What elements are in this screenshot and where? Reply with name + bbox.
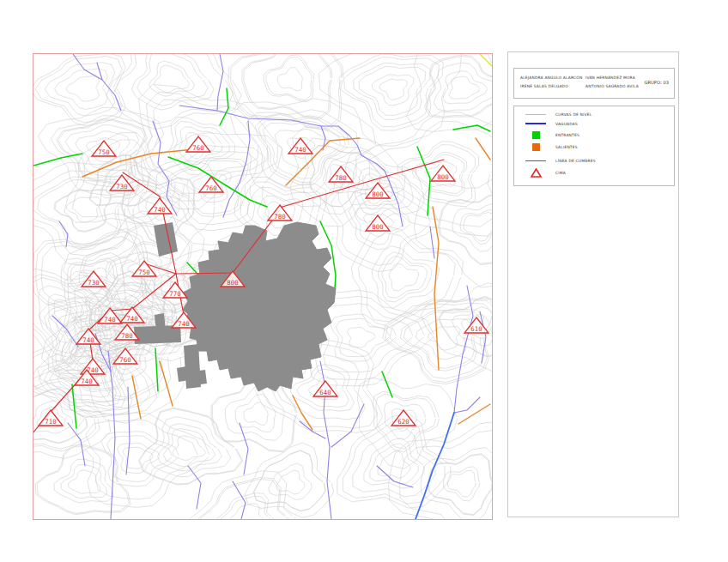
cima-marker: 780 bbox=[268, 205, 292, 221]
contour-line bbox=[389, 263, 418, 291]
legend-item-vaguadas: VAGUADAS bbox=[525, 119, 578, 128]
cima-marker: 780 bbox=[329, 166, 353, 182]
cima-marker: 760 bbox=[186, 136, 210, 152]
legend-item-label: CIMA bbox=[555, 171, 566, 175]
cima-marker: 730 bbox=[82, 271, 106, 287]
legend-item-curvas-de-nivel: CURVAS DE NIVEL bbox=[525, 110, 592, 118]
city-polygon bbox=[183, 222, 336, 391]
cima-elevation-label: 710 bbox=[45, 418, 57, 426]
contour-line bbox=[229, 504, 264, 519]
contour-line bbox=[277, 68, 302, 91]
cima-elevation-label: 800 bbox=[227, 279, 239, 287]
contour-line bbox=[33, 162, 150, 266]
contour-line bbox=[347, 327, 375, 347]
line-swatch bbox=[525, 114, 547, 115]
cima-elevation-label: 740 bbox=[81, 378, 93, 385]
contour-line bbox=[443, 71, 488, 104]
color-swatch bbox=[525, 143, 547, 151]
contour-line bbox=[276, 470, 305, 494]
cima-elevation-label: 750 bbox=[138, 269, 150, 276]
contour-line bbox=[76, 413, 209, 507]
cima-marker: 740 bbox=[148, 198, 172, 214]
contour-line bbox=[225, 384, 284, 440]
contour-line bbox=[33, 389, 88, 444]
contour-line bbox=[242, 54, 332, 119]
contour-line bbox=[351, 226, 463, 329]
contour-line bbox=[337, 414, 451, 508]
cima-elevation-label: 740 bbox=[104, 316, 116, 323]
cima-marker: 610 bbox=[464, 317, 488, 333]
vaguada-line bbox=[430, 227, 434, 258]
member-name-3: IVÁN HERNÁNDEZ MORA bbox=[585, 76, 635, 80]
cima-elevation-label: 730 bbox=[116, 183, 128, 190]
cima-elevation-label: 610 bbox=[470, 325, 482, 333]
cima-marker: 710 bbox=[39, 410, 63, 426]
contour-line bbox=[269, 463, 312, 500]
legend-item-label: VAGUADAS bbox=[555, 122, 578, 126]
contour-line bbox=[424, 55, 492, 118]
cima-elevation-label: 740 bbox=[126, 315, 138, 323]
member-name-4: ANTONIO SAGRADO AVILA bbox=[585, 84, 639, 88]
cima-elevation-label: 800 bbox=[437, 173, 449, 181]
contour-line bbox=[378, 252, 432, 302]
legend-item-label: SALIENTES bbox=[555, 145, 578, 149]
contour-line bbox=[449, 76, 480, 99]
contour-line bbox=[353, 428, 435, 497]
line-swatch bbox=[525, 123, 547, 124]
cima-elevation-label: 740 bbox=[178, 320, 190, 328]
legend-item-label: CURVAS DE NIVEL bbox=[555, 112, 592, 117]
sheet-side-panel: ALEJANDRA ANGULO ALARCÓN IRENE SALAS DEL… bbox=[507, 51, 679, 517]
cima-elevation-label: 740 bbox=[294, 146, 306, 154]
cima-elevation-label: 730 bbox=[88, 279, 100, 287]
color-swatch bbox=[525, 131, 547, 139]
cima-elevation-label: 760 bbox=[205, 184, 217, 192]
entrante-line bbox=[453, 125, 490, 131]
cima-elevation-label: 800 bbox=[372, 190, 384, 198]
legend-item-label: ENTRANTES bbox=[555, 133, 579, 137]
contour-line bbox=[372, 246, 439, 309]
contour-line bbox=[434, 63, 492, 111]
legend-item-cima: CIMA bbox=[525, 168, 566, 177]
vaguada-line bbox=[223, 121, 250, 217]
contour-line bbox=[426, 56, 492, 117]
cima-marker: 770 bbox=[163, 282, 187, 298]
cima-elevation-label: 760 bbox=[192, 144, 204, 152]
cima-elevation-label: 750 bbox=[98, 148, 110, 156]
topographic-map: 7507607407307607808008007407808007307507… bbox=[33, 54, 492, 519]
contour-line bbox=[197, 480, 294, 519]
contour-line bbox=[131, 54, 214, 110]
saliente-line bbox=[476, 138, 490, 160]
contour-line bbox=[138, 408, 242, 485]
contour-line bbox=[359, 66, 426, 115]
cima-triangle-icon bbox=[525, 168, 547, 178]
title-block: ALEJANDRA ANGULO ALARCÓN IRENE SALAS DEL… bbox=[513, 68, 675, 99]
contour-line bbox=[318, 54, 461, 146]
contour-line bbox=[254, 450, 325, 511]
contour-line bbox=[220, 496, 274, 519]
contour-line bbox=[69, 470, 100, 493]
contour-line bbox=[389, 420, 492, 519]
vaguada-line bbox=[217, 54, 223, 111]
cima-elevation-label: 780 bbox=[121, 332, 133, 340]
contour-line bbox=[369, 121, 492, 227]
cima-elevation-label: 800 bbox=[372, 223, 384, 231]
contour-line bbox=[106, 54, 241, 130]
cima-elevation-label: 770 bbox=[169, 290, 181, 298]
contour-line bbox=[254, 450, 326, 511]
contour-line bbox=[378, 451, 410, 479]
cima-marker: 760 bbox=[199, 177, 223, 192]
vaguada-line bbox=[454, 397, 480, 413]
cima-elevation-label: 640 bbox=[319, 389, 331, 396]
cima-marker: 740 bbox=[288, 138, 312, 154]
legend: CURVAS DE NIVELVAGUADASENTRANTESSALIENTE… bbox=[513, 106, 675, 186]
contour-line bbox=[173, 436, 206, 461]
cima-marker: 800 bbox=[366, 183, 390, 198]
contour-line bbox=[266, 57, 312, 100]
contour-line bbox=[118, 443, 160, 473]
contour-line bbox=[460, 209, 492, 244]
legend-item-label: LÍNEA DE CUMBRES bbox=[555, 159, 596, 163]
vaguada-line bbox=[240, 423, 248, 474]
contour-line bbox=[443, 467, 479, 501]
vaguada-line bbox=[188, 466, 201, 509]
member-name-1: ALEJANDRA ANGULO ALARCÓN bbox=[520, 76, 582, 80]
